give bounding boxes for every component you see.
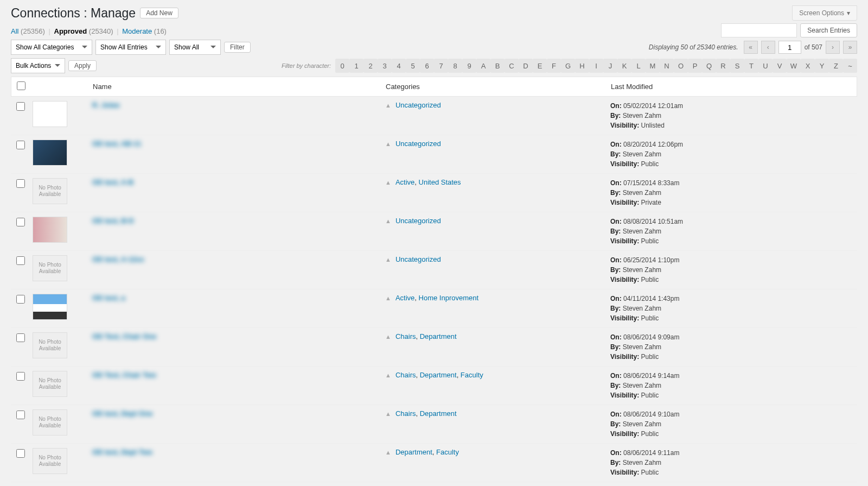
category-link[interactable]: Chairs xyxy=(395,409,416,418)
row-checkbox[interactable] xyxy=(16,102,25,111)
entry-name-link[interactable]: OD test, Dept One xyxy=(92,409,152,418)
filter-moderate-link[interactable]: Moderate xyxy=(122,27,152,35)
entry-name-link[interactable]: OD test, AB-11 xyxy=(92,140,142,148)
entry-name-link[interactable]: OD Test, Chair One xyxy=(92,332,156,340)
entry-name-link[interactable]: OD Test, Chair Two xyxy=(92,371,156,379)
char-filter-A[interactable]: A xyxy=(476,59,490,73)
select-all-checkbox[interactable] xyxy=(17,81,25,90)
char-filter-F[interactable]: F xyxy=(547,59,561,73)
char-filter-P[interactable]: P xyxy=(688,59,702,73)
char-filter-L[interactable]: L xyxy=(631,59,646,73)
char-filter-J[interactable]: J xyxy=(603,59,617,73)
visibility-filter-select[interactable]: Show All xyxy=(169,40,221,55)
entry-name-link[interactable]: OD test, B-D xyxy=(92,217,134,225)
char-filter-U[interactable]: U xyxy=(758,59,773,73)
char-filter-M[interactable]: M xyxy=(646,59,660,73)
category-link[interactable]: Department xyxy=(420,371,457,379)
filter-all-link[interactable]: All xyxy=(11,27,18,35)
char-filter-3[interactable]: 3 xyxy=(378,59,392,73)
prev-page-button[interactable]: ‹ xyxy=(761,41,775,54)
row-checkbox[interactable] xyxy=(16,218,25,226)
entry-name-link[interactable]: OD test, a xyxy=(92,294,125,302)
row-checkbox[interactable] xyxy=(16,179,25,188)
entry-thumbnail[interactable] xyxy=(33,294,67,320)
row-checkbox[interactable] xyxy=(16,411,25,419)
page-number-input[interactable] xyxy=(778,41,801,54)
filter-button[interactable]: Filter xyxy=(224,42,251,53)
char-filter-E[interactable]: E xyxy=(533,59,547,73)
row-checkbox[interactable] xyxy=(16,141,25,149)
char-filter-Z[interactable]: Z xyxy=(829,59,843,73)
entry-name-link[interactable]: OD test, A-12xx xyxy=(92,255,144,263)
entry-thumbnail[interactable] xyxy=(33,101,67,127)
char-filter-W[interactable]: W xyxy=(787,59,801,73)
entry-type-filter-select[interactable]: Show All Entries xyxy=(95,40,166,55)
char-filter-9[interactable]: 9 xyxy=(462,59,476,73)
entry-name-link[interactable]: R. Jotee xyxy=(92,101,120,109)
category-link[interactable]: Home Inprovement xyxy=(419,294,479,302)
category-link[interactable]: Uncategorized xyxy=(395,255,441,263)
apply-bulk-button[interactable]: Apply xyxy=(68,60,97,71)
char-filter-V[interactable]: V xyxy=(773,59,787,73)
category-link[interactable]: Department xyxy=(420,332,457,340)
char-filter-Q[interactable]: Q xyxy=(702,59,716,73)
search-input[interactable] xyxy=(721,23,797,37)
row-checkbox[interactable] xyxy=(16,333,25,342)
char-filter-~[interactable]: ~ xyxy=(843,59,857,73)
char-filter-N[interactable]: N xyxy=(660,59,674,73)
category-link[interactable]: Faculty xyxy=(436,448,459,456)
col-header-name[interactable]: Name xyxy=(93,83,386,91)
row-checkbox[interactable] xyxy=(16,256,25,265)
char-filter-R[interactable]: R xyxy=(716,59,730,73)
char-filter-O[interactable]: O xyxy=(674,59,688,73)
category-link[interactable]: Uncategorized xyxy=(395,217,441,225)
page-title: Connections : Manage xyxy=(11,6,136,21)
char-filter-G[interactable]: G xyxy=(561,59,575,73)
row-checkbox[interactable] xyxy=(16,372,25,381)
entry-thumbnail[interactable] xyxy=(33,217,67,243)
first-page-button[interactable]: « xyxy=(744,41,758,54)
category-filter-select[interactable]: Show All Categories xyxy=(11,40,92,55)
category-link[interactable]: United States xyxy=(419,178,461,186)
entry-name-link[interactable]: OD test, A-B xyxy=(92,178,133,186)
screen-options-button[interactable]: Screen Options ▾ xyxy=(792,5,857,21)
char-filter-B[interactable]: B xyxy=(490,59,505,73)
entry-thumbnail[interactable] xyxy=(33,140,67,166)
last-page-button[interactable]: » xyxy=(843,41,857,54)
char-filter-C[interactable]: C xyxy=(505,59,519,73)
triangle-icon: ▲ xyxy=(385,295,391,323)
char-filter-Y[interactable]: Y xyxy=(815,59,829,73)
category-link[interactable]: Chairs xyxy=(395,371,416,379)
category-link[interactable]: Active xyxy=(395,294,414,302)
category-link[interactable]: Uncategorized xyxy=(395,140,441,148)
bulk-actions-select[interactable]: Bulk Actions xyxy=(11,58,65,73)
category-link[interactable]: Department xyxy=(395,448,432,456)
category-link[interactable]: Faculty xyxy=(461,371,483,379)
table-row: No Photo AvailableOD test, Dept Two▲Depa… xyxy=(11,444,857,482)
category-link[interactable]: Chairs xyxy=(395,332,416,340)
row-checkbox[interactable] xyxy=(16,449,25,458)
char-filter-8[interactable]: 8 xyxy=(448,59,462,73)
category-link[interactable]: Uncategorized xyxy=(395,101,441,109)
entry-name-link[interactable]: OD test, Dept Two xyxy=(92,448,152,456)
char-filter-H[interactable]: H xyxy=(575,59,589,73)
char-filter-S[interactable]: S xyxy=(730,59,744,73)
char-filter-1[interactable]: 1 xyxy=(349,59,363,73)
char-filter-D[interactable]: D xyxy=(519,59,533,73)
search-entries-button[interactable]: Search Entries xyxy=(800,23,857,37)
char-filter-2[interactable]: 2 xyxy=(363,59,378,73)
row-checkbox[interactable] xyxy=(16,295,25,304)
category-link[interactable]: Department xyxy=(420,409,457,418)
char-filter-X[interactable]: X xyxy=(801,59,815,73)
char-filter-4[interactable]: 4 xyxy=(392,59,406,73)
add-new-button[interactable]: Add New xyxy=(140,8,178,18)
char-filter-0[interactable]: 0 xyxy=(335,59,349,73)
char-filter-K[interactable]: K xyxy=(617,59,631,73)
next-page-button[interactable]: › xyxy=(826,41,840,54)
char-filter-T[interactable]: T xyxy=(744,59,758,73)
char-filter-5[interactable]: 5 xyxy=(406,59,420,73)
char-filter-7[interactable]: 7 xyxy=(434,59,448,73)
char-filter-I[interactable]: I xyxy=(589,59,603,73)
char-filter-6[interactable]: 6 xyxy=(420,59,434,73)
category-link[interactable]: Active xyxy=(395,178,414,186)
